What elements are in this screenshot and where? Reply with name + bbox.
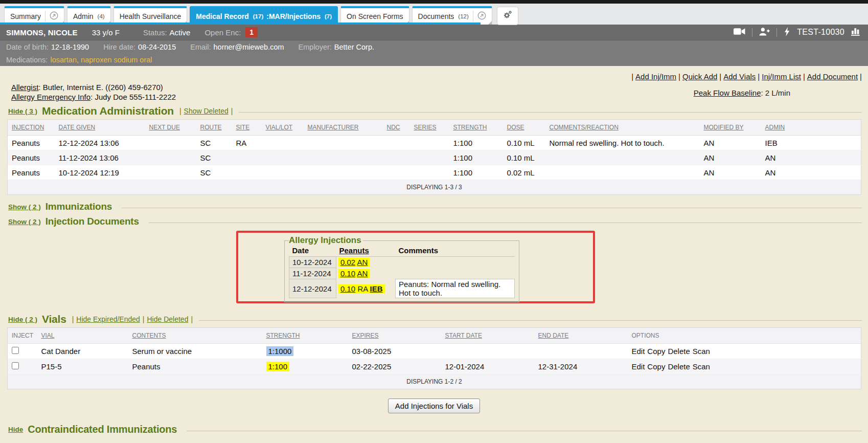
hide-expired-ended-link[interactable]: Hide Expired/Ended <box>76 315 140 323</box>
col-modified-by[interactable]: MODIFIED BY <box>704 124 744 131</box>
tab-documents[interactable]: Documents (12) <box>412 6 492 25</box>
edit-link[interactable]: Edit <box>632 362 645 371</box>
quick-add-link[interactable]: Quick Add <box>682 72 717 81</box>
popout-icon[interactable] <box>477 11 486 21</box>
site-code: RA <box>357 284 368 293</box>
col-dose[interactable]: DOSE <box>507 124 524 131</box>
medication-link-losartan[interactable]: losartan <box>50 56 77 64</box>
col-next-due[interactable]: NEXT DUE <box>149 124 180 131</box>
vials-header-row: INJECT VIAL CONTENTS STRENGTH EXPIRES ST… <box>8 328 861 344</box>
col-vial-lot[interactable]: VIAL/LOT <box>266 124 293 131</box>
cell-comments <box>396 268 515 279</box>
peak-flow-baseline-link[interactable]: Peak Flow Baseline <box>694 88 761 97</box>
tab-summary[interactable]: Summary <box>4 6 64 25</box>
col-expires[interactable]: EXPIRES <box>352 332 379 339</box>
open-enc-label: Open Enc: <box>204 28 241 37</box>
tab-admin[interactable]: Admin (4) <box>67 6 111 25</box>
lightning-icon[interactable] <box>784 27 790 38</box>
col-site[interactable]: SITE <box>236 124 250 131</box>
demographics-bar: Date of birth: 12-18-1990 Hire date: 08-… <box>0 40 868 53</box>
tab-divider <box>473 11 473 22</box>
inject-checkbox[interactable] <box>12 362 19 369</box>
email-value: horner@mieweb.com <box>214 43 284 51</box>
col-end-date[interactable]: END DATE <box>538 332 569 339</box>
cell-next-due <box>145 150 196 165</box>
tab-medical-record[interactable]: Medical Record (17):MAR/Injections (7) <box>190 6 338 25</box>
copy-link[interactable]: Copy <box>647 362 665 371</box>
tab-admin-label: Admin <box>73 12 94 20</box>
med-admin-title: Medication Administration <box>42 105 174 117</box>
med-admin-hide-toggle[interactable]: Hide ( 3 ) <box>8 107 37 115</box>
hide-deleted-link[interactable]: Hide Deleted <box>147 315 188 323</box>
cell-ndc <box>383 150 410 165</box>
employer-value: Better Corp. <box>334 43 374 51</box>
dose-link[interactable]: 0.10 <box>340 269 355 278</box>
cell-start-date <box>441 344 534 359</box>
col-manufacturer[interactable]: MANUFACTURER <box>308 124 359 131</box>
cell-date: 12-12-2024 <box>289 279 336 298</box>
copy-link[interactable]: Copy <box>647 347 665 356</box>
allergist-value: : Butler, Internist E. ((260) 459-6270) <box>38 83 163 92</box>
col-comments-reaction[interactable]: COMMENTS/REACTION <box>550 124 619 131</box>
initials-link[interactable]: IEB <box>370 284 383 293</box>
add-inj-imm-link[interactable]: Add Inj/Imm <box>635 72 676 81</box>
edit-link[interactable]: Edit <box>632 347 645 356</box>
cell-vial-lot <box>262 150 304 165</box>
add-vials-link[interactable]: Add Vials <box>723 72 756 81</box>
patient-name: SIMMONS, NICOLE <box>6 28 78 37</box>
allergy-injection-row: 11-12-2024 0.10 AN <box>289 268 515 279</box>
flowsheet-chart-icon[interactable] <box>851 27 862 37</box>
strength-highlight-blue: 1:1000 <box>266 346 294 356</box>
add-injections-for-vials-button[interactable]: Add Injections for Vials <box>388 398 480 413</box>
inj-imm-list-link[interactable]: Inj/Imm List <box>762 72 801 81</box>
tab-medical-record-subcount: (7) <box>325 13 332 19</box>
col-injection[interactable]: INJECTION <box>12 124 44 131</box>
col-date-given[interactable]: DATE GIVEN <box>59 124 96 131</box>
injection-documents-title: Injection Documents <box>45 216 139 227</box>
inject-checkbox[interactable] <box>12 347 19 354</box>
cell-injection: Peanuts <box>8 150 55 165</box>
allergist-link[interactable]: Allergist <box>11 83 38 92</box>
col-series[interactable]: SERIES <box>414 124 437 131</box>
col-admin[interactable]: ADMIN <box>765 124 785 131</box>
open-enc-badge[interactable]: 1 <box>245 27 258 37</box>
contraindicated-hide-toggle[interactable]: Hide <box>8 426 23 433</box>
hire-date-value: 08-24-2015 <box>138 43 176 51</box>
add-user-icon[interactable] <box>759 27 770 37</box>
video-camera-icon[interactable] <box>734 28 745 37</box>
add-document-link[interactable]: Add Document <box>807 72 858 81</box>
col-ndc[interactable]: NDC <box>387 124 400 131</box>
col-strength[interactable]: STRENGTH <box>453 124 487 131</box>
dose-link[interactable]: 0.02 <box>340 258 355 267</box>
initials-link[interactable]: AN <box>357 258 368 267</box>
cell-expires: 02-22-2025 <box>348 359 441 374</box>
cell-contents: Serum or vaccine <box>128 344 262 359</box>
cell-start-date: 12-01-2024 <box>441 359 534 374</box>
immunizations-show-toggle[interactable]: Show ( 2 ) <box>8 203 41 211</box>
popout-icon[interactable] <box>50 11 58 21</box>
scan-link[interactable]: Scan <box>693 347 710 356</box>
injection-documents-show-toggle[interactable]: Show ( 2 ) <box>8 218 41 226</box>
immunizations-title: Immunizations <box>45 201 112 212</box>
allergy-emergency-info-link[interactable]: Allergy Emergency Info <box>11 93 90 101</box>
cell-dose: 0.10 mL <box>503 150 545 165</box>
show-deleted-link[interactable]: Show Deleted <box>184 107 229 115</box>
col-options: OPTIONS <box>632 332 659 339</box>
vial-row: Cat Dander Serum or vaccine 1:1000 03-08… <box>8 344 861 359</box>
tab-health-surveillance[interactable]: Health Surveillance <box>113 6 188 25</box>
col-route[interactable]: ROUTE <box>200 124 222 131</box>
settings-button[interactable] <box>497 7 518 25</box>
col-strength[interactable]: STRENGTH <box>266 332 300 339</box>
tab-on-screen-forms[interactable]: On Screen Forms <box>340 6 409 25</box>
col-start-date[interactable]: START DATE <box>445 332 482 339</box>
col-contents[interactable]: CONTENTS <box>132 332 166 339</box>
allergy-injections-header-row: Date Peanuts Comments <box>289 246 515 257</box>
delete-link[interactable]: Delete <box>668 362 690 371</box>
medication-link-naproxen[interactable]: naproxen sodium oral <box>81 56 152 64</box>
vials-hide-toggle[interactable]: Hide ( 2 ) <box>8 316 37 323</box>
scan-link[interactable]: Scan <box>693 362 710 371</box>
delete-link[interactable]: Delete <box>668 347 690 356</box>
col-vial[interactable]: VIAL <box>41 332 55 339</box>
dose-link[interactable]: 0.10 <box>340 284 355 293</box>
initials-link[interactable]: AN <box>357 269 368 278</box>
